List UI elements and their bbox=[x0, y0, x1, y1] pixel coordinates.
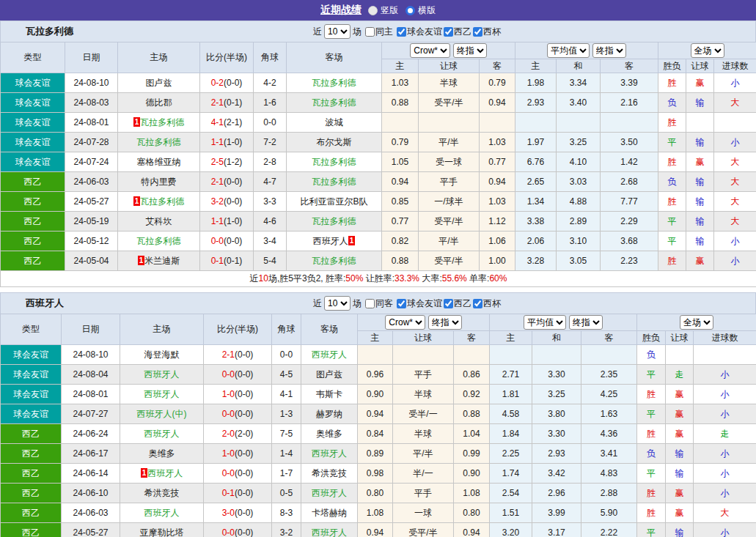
team-name-link[interactable]: 瓦拉多利德 bbox=[140, 196, 184, 207]
team-name-link[interactable]: 艾科坎 bbox=[146, 216, 172, 226]
team-name-link[interactable]: 卡塔赫纳 bbox=[312, 508, 347, 518]
team-name-link[interactable]: 希洪竞技 bbox=[144, 488, 180, 498]
team-name-link[interactable]: 瓦拉多利德 bbox=[312, 97, 356, 108]
team-name-link[interactable]: 塞格维亚纳 bbox=[137, 157, 181, 167]
team-name-link[interactable]: 瓦拉多利德 bbox=[312, 78, 356, 88]
same-venue-checkbox[interactable] bbox=[365, 27, 375, 37]
match-date-cell: 24-07-28 bbox=[65, 133, 118, 152]
team-name-link[interactable]: 希洪竞技 bbox=[312, 468, 347, 478]
handicap-result-cell: 输 bbox=[666, 444, 694, 464]
team-name: 瓦拉多利德 bbox=[26, 25, 73, 38]
team-name-link[interactable]: 西班牙人 bbox=[144, 429, 180, 439]
team-name-link[interactable]: 西班牙人 bbox=[312, 488, 347, 498]
league-filter-checkbox[interactable] bbox=[397, 27, 406, 37]
league-filter[interactable]: 球会友谊 bbox=[395, 297, 442, 310]
league-filter-checkbox[interactable] bbox=[473, 27, 482, 37]
result-cell: 胜 bbox=[637, 484, 666, 503]
team-name-link[interactable]: 瓦拉多利德 bbox=[140, 117, 184, 127]
league-filter[interactable]: 西杯 bbox=[471, 26, 501, 38]
team-name-link[interactable]: 奥维多 bbox=[316, 429, 342, 439]
radio-icon[interactable] bbox=[405, 6, 415, 15]
promotion-badge: 1 bbox=[133, 196, 141, 206]
team-name-link[interactable]: 韦斯卡 bbox=[316, 389, 342, 399]
team-name-link[interactable]: 西班牙人 bbox=[144, 389, 180, 399]
team-name-link[interactable]: 米兰迪斯 bbox=[144, 256, 180, 266]
team-name-link[interactable]: 西班牙人 bbox=[312, 448, 347, 459]
summary-part: 近 bbox=[250, 273, 259, 284]
team-name-link[interactable]: 西班牙人 bbox=[147, 468, 183, 478]
match-count-select[interactable]: 10 bbox=[324, 296, 351, 311]
team-name-link[interactable]: 奥维多 bbox=[149, 448, 175, 459]
team-name-link[interactable]: 瓦拉多利德 bbox=[312, 256, 356, 266]
full-time-score: 2-0 bbox=[222, 429, 235, 439]
team-name-link[interactable]: 瓦拉多利德 bbox=[312, 177, 356, 187]
team-name-link[interactable]: 西班牙人 bbox=[144, 508, 180, 518]
avg-home-cell: 2.06 bbox=[515, 232, 557, 251]
league-filter[interactable]: 球会友谊 bbox=[395, 26, 442, 38]
radio-icon[interactable] bbox=[368, 6, 378, 15]
full-match-select[interactable]: 全场 bbox=[691, 43, 724, 58]
team-name-link[interactable]: 海登海默 bbox=[144, 349, 180, 360]
league-filter-checkbox[interactable] bbox=[444, 299, 453, 308]
layout-radio-horizontal[interactable]: 横版 bbox=[405, 4, 436, 17]
league-filter-checkbox[interactable] bbox=[473, 299, 482, 308]
same-venue-filter[interactable]: 同客 bbox=[364, 297, 393, 310]
avg-home-cell: 2.25 bbox=[490, 444, 532, 464]
same-venue-checkbox[interactable] bbox=[365, 299, 375, 308]
team-name-link[interactable]: 西班牙人(中) bbox=[137, 409, 187, 419]
league-filter-checkbox[interactable] bbox=[397, 299, 406, 308]
avg-home-cell: 6.76 bbox=[515, 152, 557, 172]
average-odds-select[interactable]: 平均值 bbox=[524, 315, 566, 330]
sub-header-odds-away: 客 bbox=[480, 59, 515, 73]
crow-odds-select[interactable]: Crow* bbox=[410, 43, 450, 58]
team-name-link[interactable]: 图卢兹 bbox=[146, 78, 172, 88]
final-odds-select[interactable]: 终指 bbox=[428, 315, 462, 330]
match-count-select[interactable]: 10 bbox=[324, 24, 351, 39]
same-venue-filter[interactable]: 同主 bbox=[364, 26, 393, 38]
col-header-date: 日期 bbox=[65, 42, 118, 73]
team-name-link[interactable]: 瓦拉多利德 bbox=[312, 216, 356, 226]
team-name-link[interactable]: 比利亚雷亚尔B队 bbox=[300, 196, 367, 207]
team-name-link[interactable]: 瓦拉多利德 bbox=[312, 157, 356, 167]
avg-away-cell: 4.36 bbox=[581, 424, 637, 444]
handicap-result-cell: 赢 bbox=[666, 484, 694, 503]
league-filter[interactable]: 西杯 bbox=[471, 297, 501, 310]
team-name-link[interactable]: 瓦拉多利德 bbox=[137, 137, 181, 147]
team-name-link[interactable]: 西班牙人 bbox=[144, 369, 180, 379]
final-average-select[interactable]: 终指 bbox=[569, 315, 603, 330]
team-name-link[interactable]: 波城 bbox=[326, 117, 343, 127]
radio-label-vertical[interactable]: 竖版 bbox=[381, 4, 398, 17]
full-time-score: 0-1 bbox=[211, 256, 224, 266]
full-time-score: 4-1 bbox=[211, 117, 224, 127]
avg-draw-cell: 3.42 bbox=[532, 464, 581, 484]
match-row: 球会友谊24-08-04西班牙人0-0(0-0)4-5图卢兹0.96平手0.86… bbox=[1, 365, 756, 385]
team-name-link[interactable]: 西班牙人 bbox=[312, 527, 347, 537]
odds-handicap-cell: 平/半 bbox=[393, 444, 454, 464]
team-name-link[interactable]: 亚摩勒比塔 bbox=[140, 527, 184, 537]
promotion-badge: 1 bbox=[141, 468, 148, 478]
team-name-link[interactable]: 特内里费 bbox=[142, 177, 177, 187]
result-group-header: 全场 bbox=[637, 314, 756, 331]
team-name-link[interactable]: 德比郡 bbox=[146, 97, 172, 108]
final-average-select[interactable]: 终指 bbox=[592, 43, 626, 58]
team-name-link[interactable]: 布尔戈斯 bbox=[317, 137, 352, 147]
team-name-link[interactable]: 瓦拉多利德 bbox=[137, 236, 181, 246]
filter-bar: 近 10 场 同客 球会友谊西乙西杯 bbox=[313, 296, 501, 311]
radio-label-horizontal[interactable]: 横版 bbox=[418, 4, 436, 17]
layout-radio-vertical[interactable]: 竖版 bbox=[368, 4, 398, 17]
average-odds-select[interactable]: 平均值 bbox=[547, 43, 590, 58]
team-name-link[interactable]: 图卢兹 bbox=[316, 369, 342, 379]
final-odds-select[interactable]: 终指 bbox=[453, 43, 487, 58]
crow-odds-select[interactable]: Crow* bbox=[385, 315, 425, 330]
league-filter-checkbox[interactable] bbox=[444, 27, 453, 37]
league-filter[interactable]: 西乙 bbox=[442, 26, 471, 38]
league-filter[interactable]: 西乙 bbox=[442, 297, 471, 310]
avg-home-cell: 2.65 bbox=[515, 172, 557, 192]
team-name-link[interactable]: 西班牙人 bbox=[312, 349, 347, 360]
result-cell: 负 bbox=[658, 172, 686, 192]
match-type-cell: 球会友谊 bbox=[1, 133, 65, 152]
team-name-link[interactable]: 西班牙人 bbox=[313, 236, 348, 246]
full-match-select[interactable]: 全场 bbox=[680, 315, 713, 330]
team-name-link[interactable]: 赫罗纳 bbox=[316, 409, 342, 419]
half-time-score: (0-0) bbox=[224, 78, 242, 88]
